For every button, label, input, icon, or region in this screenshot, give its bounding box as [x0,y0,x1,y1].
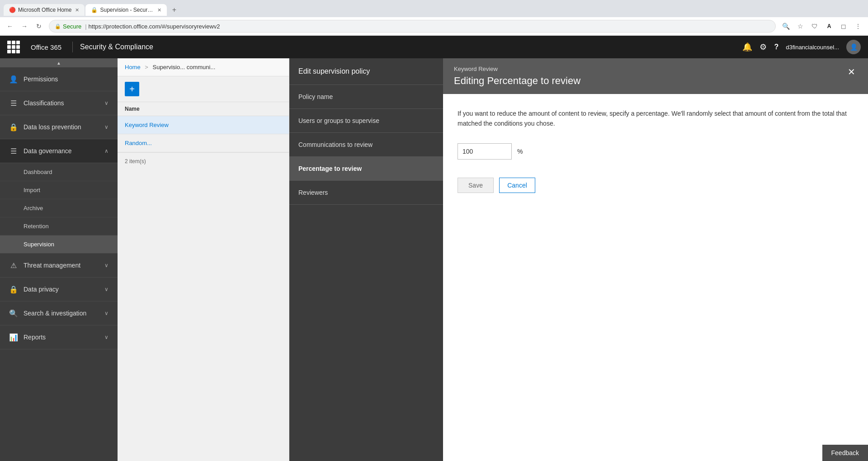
refresh-button[interactable]: ↻ [33,20,45,33]
data-privacy-chevron: ∨ [104,286,108,292]
sidebar-label-data-governance: Data governance [24,147,104,155]
app-title: Security & Compliance [80,43,153,51]
forward-button[interactable]: → [18,20,31,33]
content-area: Home > Supervisio... communi... + Name K… [118,58,868,461]
list-header-name: Name [118,102,289,116]
browser-tab-2[interactable]: 🔒 Supervision - Security & ✕ [85,4,167,16]
secure-label: Secure [63,23,81,30]
nav-divider [72,42,73,52]
sidebar-item-reports[interactable]: 📊 Reports ∨ [0,325,118,349]
sidebar-item-search-investigation[interactable]: 🔍 Search & investigation ∨ [0,301,118,325]
list-panel: Home > Supervisio... communi... + Name K… [118,58,289,461]
main-content: ▲ 👤 Permissions ☰ Classifications ∨ 🔒 Da… [0,58,868,461]
sidebar-item-permissions[interactable]: 👤 Permissions [0,67,118,91]
dialog-header: Keyword Review Editing Percentage to rev… [443,58,868,94]
bookmark-button[interactable]: ☆ [794,20,807,33]
search-investigation-chevron: ∨ [104,310,108,316]
sidebar-label-search-investigation: Search & investigation [24,310,104,317]
edit-step-communications[interactable]: Communications to review [289,133,443,157]
tab2-favicon: 🔒 [91,7,97,13]
sidebar-item-dlp[interactable]: 🔒 Data loss prevention ∨ [0,115,118,139]
dlp-icon: 🔒 [9,122,18,132]
edit-step-policy-name-label: Policy name [298,93,434,100]
list-item-random[interactable]: Random... [118,134,289,152]
data-governance-chevron: ∧ [104,148,108,154]
dialog-panel: Keyword Review Editing Percentage to rev… [443,58,868,461]
edit-step-users-groups[interactable]: Users or groups to supervise [289,109,443,133]
feedback-button[interactable]: Feedback [822,445,868,461]
cancel-button[interactable]: Cancel [499,178,535,193]
back-button[interactable]: ← [4,20,16,33]
search-browser-button[interactable]: 🔍 [779,20,792,33]
browser-tab-1[interactable]: 🔴 Microsoft Office Home ✕ [4,4,85,16]
edit-step-policy-name[interactable]: Policy name [289,85,443,109]
breadcrumb-sep: > [145,64,150,71]
permissions-icon: 👤 [9,75,18,84]
app-container: Office 365 Security & Compliance 🔔 ⚙ ? d… [0,36,868,461]
user-name: d3financialcounsel... [786,44,839,51]
edit-step-percentage-label: Percentage to review [298,165,434,172]
sidebar-label-classifications: Classifications [24,99,104,107]
top-nav-right: 🔔 ⚙ ? d3financialcounsel... 👤 [742,40,861,54]
edit-step-reviewers-label: Reviewers [298,189,434,196]
edit-step-communications-label: Communications to review [298,141,434,148]
sidebar-item-retention[interactable]: Retention [0,217,118,235]
extension2-button[interactable]: A [823,20,835,33]
sidebar-label-data-privacy: Data privacy [24,286,104,293]
breadcrumb: Home > Supervisio... communi... [118,58,289,76]
percentage-unit: % [517,148,523,155]
save-button[interactable]: Save [458,178,494,193]
sidebar-item-archive[interactable]: Archive [0,199,118,217]
new-tab-button[interactable]: + [168,4,180,16]
breadcrumb-home[interactable]: Home [125,64,141,71]
dialog-header-content: Keyword Review Editing Percentage to rev… [454,66,580,87]
sidebar-item-threat-management[interactable]: ⚠ Threat management ∨ [0,254,118,278]
bell-icon[interactable]: 🔔 [742,42,752,52]
percentage-input-row: % [458,143,854,160]
sidebar-scroll-up[interactable]: ▲ [0,58,118,67]
threat-management-icon: ⚠ [9,261,18,270]
sidebar-label-permissions: Permissions [24,75,108,83]
extension3-button[interactable]: ◻ [837,20,850,33]
sidebar: ▲ 👤 Permissions ☰ Classifications ∨ 🔒 Da… [0,58,118,461]
office-label[interactable]: Office 365 [27,42,65,53]
waffle-button[interactable] [7,41,20,53]
add-policy-button[interactable]: + [125,82,139,96]
data-governance-icon: ☰ [9,146,18,155]
dialog-close-button[interactable]: ✕ [846,66,857,78]
help-icon[interactable]: ? [774,43,778,51]
address-input[interactable]: 🔒 Secure | https://protection.office.com… [49,20,776,33]
browser-toolbar-right: 🔍 ☆ 🛡 A ◻ ⋮ [779,20,864,33]
url-text: https://protection.office.com/#/supervis… [89,23,220,30]
sidebar-label-supervision: Supervision [24,241,54,248]
threat-management-chevron: ∨ [104,262,108,268]
sidebar-label-reports: Reports [24,334,104,341]
nav-buttons: ← → ↻ [4,20,45,33]
add-button-row: + [118,76,289,102]
percentage-input[interactable] [458,143,512,160]
breadcrumb-current: Supervisio... communi... [153,64,216,71]
edit-panel-title: Edit supervision policy [289,58,443,85]
sidebar-label-import: Import [24,187,40,193]
user-avatar[interactable]: 👤 [846,40,861,54]
edit-step-percentage[interactable]: Percentage to review [289,157,443,181]
list-item-keyword-review-name: Keyword Review [125,122,282,128]
sidebar-item-data-privacy[interactable]: 🔒 Data privacy ∨ [0,278,118,301]
list-item-keyword-review[interactable]: Keyword Review [118,116,289,134]
data-privacy-icon: 🔒 [9,285,18,294]
sidebar-item-import[interactable]: Import [0,181,118,199]
tab1-close[interactable]: ✕ [75,7,79,13]
sidebar-label-retention: Retention [24,223,49,230]
edit-step-reviewers[interactable]: Reviewers [289,181,443,205]
dialog-description: If you want to reduce the amount of cont… [458,108,854,129]
tab2-close[interactable]: ✕ [157,7,161,13]
sidebar-label-archive: Archive [24,205,43,212]
extension1-button[interactable]: 🛡 [808,20,821,33]
sidebar-item-dashboard[interactable]: Dashboard [0,163,118,181]
menu-button[interactable]: ⋮ [852,20,864,33]
sidebar-item-classifications[interactable]: ☰ Classifications ∨ [0,91,118,115]
sidebar-item-data-governance[interactable]: ☰ Data governance ∧ [0,139,118,163]
settings-icon[interactable]: ⚙ [760,42,767,52]
sidebar-item-supervision[interactable]: Supervision [0,235,118,254]
secure-icon: 🔒 [55,24,61,29]
